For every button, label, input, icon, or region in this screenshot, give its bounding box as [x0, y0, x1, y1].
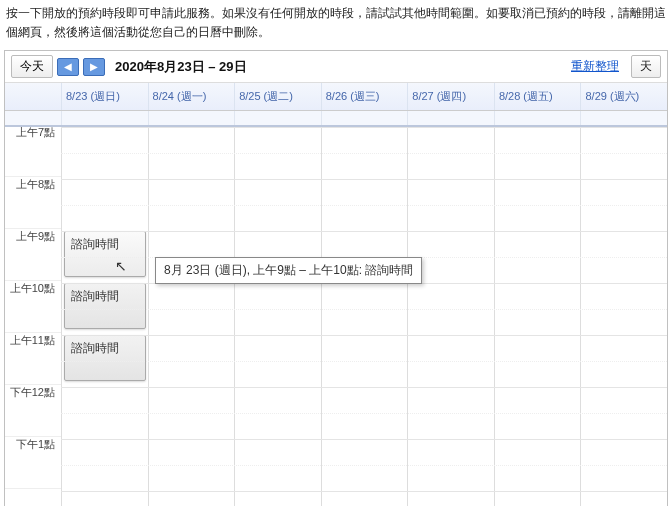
time-axis: 上午7點 上午8點 上午9點 上午10點 上午11點 下午12點 下午1點 — [5, 127, 61, 506]
time-label: 上午11點 — [5, 333, 61, 385]
day-header[interactable]: 8/23 (週日) — [61, 83, 148, 110]
day-header[interactable]: 8/28 (週五) — [494, 83, 581, 110]
event-label: 諮詢時間 — [71, 289, 119, 303]
day-header[interactable]: 8/25 (週二) — [234, 83, 321, 110]
view-day-tab[interactable]: 天 — [631, 55, 661, 78]
refresh-link[interactable]: 重新整理 — [571, 58, 619, 75]
day-header[interactable]: 8/26 (週三) — [321, 83, 408, 110]
day-header[interactable]: 8/24 (週一) — [148, 83, 235, 110]
day-col-sat[interactable] — [580, 127, 667, 506]
day-header[interactable]: 8/27 (週四) — [407, 83, 494, 110]
time-label: 上午9點 — [5, 229, 61, 281]
time-label: 下午1點 — [5, 437, 61, 489]
event-label: 諮詢時間 — [71, 341, 119, 355]
day-col-tue[interactable] — [234, 127, 321, 506]
today-button[interactable]: 今天 — [11, 55, 53, 78]
date-range-label: 2020年8月23日 – 29日 — [115, 58, 247, 76]
instructions-text: 按一下開放的預約時段即可申請此服務。如果沒有任何開放的時段，請試試其他時間範圍。… — [0, 0, 672, 46]
pointer-cursor-icon: ↖ — [115, 258, 127, 274]
event-tooltip: 8月 23日 (週日), 上午9點 – 上午10點: 諮詢時間 — [155, 257, 422, 284]
day-columns: 諮詢時間 ↖ 諮詢時間 諮詢時間 8月 23日 (週日), 上午9點 – 上午1… — [61, 127, 667, 506]
appointment-slot[interactable]: 諮詢時間 ↖ — [64, 231, 146, 277]
appointment-slot[interactable]: 諮詢時間 — [64, 335, 146, 381]
day-col-fri[interactable] — [494, 127, 581, 506]
allday-row — [5, 111, 667, 127]
day-header-row: 8/23 (週日) 8/24 (週一) 8/25 (週二) 8/26 (週三) … — [5, 83, 667, 111]
day-col-wed[interactable] — [321, 127, 408, 506]
prev-button[interactable]: ◀ — [57, 58, 79, 76]
event-label: 諮詢時間 — [71, 237, 119, 251]
calendar-grid[interactable]: 上午7點 上午8點 上午9點 上午10點 上午11點 下午12點 下午1點 諮詢… — [5, 127, 667, 506]
time-label: 上午10點 — [5, 281, 61, 333]
time-label: 上午7點 — [5, 127, 61, 177]
calendar-toolbar: 今天 ◀ ▶ 2020年8月23日 – 29日 重新整理 天 — [5, 51, 667, 83]
day-col-sun[interactable]: 諮詢時間 ↖ 諮詢時間 諮詢時間 — [61, 127, 148, 506]
day-col-mon[interactable] — [148, 127, 235, 506]
next-button[interactable]: ▶ — [83, 58, 105, 76]
calendar-container: 今天 ◀ ▶ 2020年8月23日 – 29日 重新整理 天 8/23 (週日)… — [4, 50, 668, 506]
appointment-slot[interactable]: 諮詢時間 — [64, 283, 146, 329]
time-label: 下午12點 — [5, 385, 61, 437]
day-col-thu[interactable] — [407, 127, 494, 506]
time-label: 上午8點 — [5, 177, 61, 229]
day-header[interactable]: 8/29 (週六) — [580, 83, 667, 110]
